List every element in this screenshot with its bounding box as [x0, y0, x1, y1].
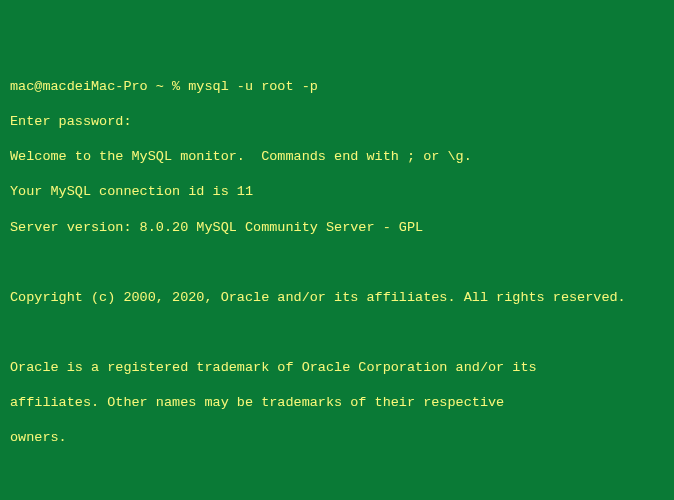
enter-password-line: Enter password: [10, 113, 664, 131]
trademark-line-2: affiliates. Other names may be trademark… [10, 394, 664, 412]
shell-prompt-line: mac@macdeiMac-Pro ~ % mysql -u root -p [10, 78, 664, 96]
server-version-line: Server version: 8.0.20 MySQL Community S… [10, 219, 664, 237]
blank-line [10, 464, 664, 482]
blank-line [10, 254, 664, 272]
trademark-line-1: Oracle is a registered trademark of Orac… [10, 359, 664, 377]
welcome-line: Welcome to the MySQL monitor. Commands e… [10, 148, 664, 166]
blank-line [10, 324, 664, 342]
trademark-line-3: owners. [10, 429, 664, 447]
connection-id-line: Your MySQL connection id is 11 [10, 183, 664, 201]
copyright-line: Copyright (c) 2000, 2020, Oracle and/or … [10, 289, 664, 307]
